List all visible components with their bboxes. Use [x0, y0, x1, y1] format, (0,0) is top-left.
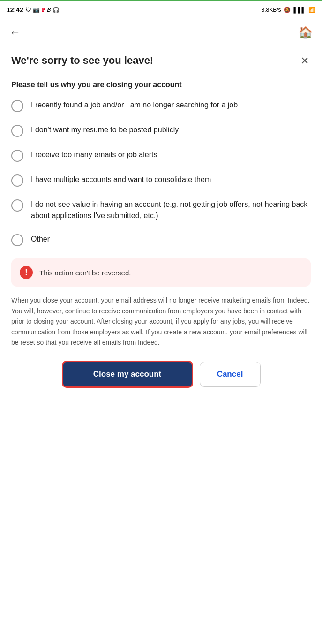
- wifi-icon: 📶: [308, 7, 315, 13]
- status-right: 8.8KB/s 🔕 ▌▌▌ 📶: [261, 7, 315, 13]
- radio-option-5[interactable]: I do not see value in having an account …: [11, 199, 311, 221]
- section-title: Please tell us why you are closing your …: [11, 80, 311, 90]
- radio-label-4: I have multiple accounts and want to con…: [31, 174, 211, 185]
- back-button[interactable]: ←: [7, 24, 22, 41]
- radio-option-3[interactable]: I receive too many emails or job alerts: [11, 149, 311, 162]
- radio-label-1: I recently found a job and/or I am no lo…: [31, 99, 238, 111]
- radio-option-4[interactable]: I have multiple accounts and want to con…: [11, 174, 311, 187]
- status-time: 12:42 🛡 📷 𝐏 𝓑 🎧: [7, 6, 60, 14]
- buttons-row: Close my account Cancel: [11, 361, 311, 388]
- notification-icon: 📷: [33, 7, 40, 13]
- network-speed: 8.8KB/s: [261, 7, 281, 13]
- signal-icon: ▌▌▌: [293, 7, 306, 13]
- radio-circle-3: [11, 150, 23, 162]
- radio-label-5: I do not see value in having an account …: [31, 199, 311, 221]
- radio-option-2[interactable]: I don't want my resume to be posted publ…: [11, 124, 311, 137]
- disclaimer-text: When you close your account, your email …: [11, 295, 311, 348]
- radio-circle-1: [11, 100, 23, 112]
- page-title: We're sorry to see you leave!: [11, 54, 295, 68]
- bluetooth-icon: 𝓑: [47, 7, 51, 13]
- radio-circle-4: [11, 174, 23, 187]
- radio-label-6: Other: [31, 234, 50, 245]
- header-divider: [11, 74, 311, 74]
- radio-label-2: I don't want my resume to be posted publ…: [31, 124, 179, 136]
- pinterest-icon: 𝐏: [42, 7, 45, 13]
- home-button[interactable]: 🏠: [297, 24, 315, 41]
- radio-circle-6: [11, 234, 23, 246]
- shield-icon: 🛡: [25, 7, 31, 13]
- time-display: 12:42: [7, 6, 23, 14]
- status-bar: 12:42 🛡 📷 𝐏 𝓑 🎧 8.8KB/s 🔕 ▌▌▌ 📶: [0, 1, 322, 18]
- radio-label-3: I receive too many emails or job alerts: [31, 149, 157, 160]
- warning-icon: !: [20, 266, 33, 279]
- radio-circle-5: [11, 199, 23, 212]
- close-button[interactable]: ✕: [299, 54, 311, 68]
- bell-mute-icon: 🔕: [284, 7, 291, 13]
- warning-box: ! This action can't be reversed.: [11, 258, 311, 287]
- header-row: We're sorry to see you leave! ✕: [11, 54, 311, 68]
- warning-text: This action can't be reversed.: [39, 268, 131, 278]
- radio-option-1[interactable]: I recently found a job and/or I am no lo…: [11, 99, 311, 112]
- close-account-button[interactable]: Close my account: [62, 361, 193, 388]
- radio-options: I recently found a job and/or I am no lo…: [11, 99, 311, 246]
- main-content: We're sorry to see you leave! ✕ Please t…: [0, 46, 322, 399]
- podcast-icon: 🎧: [52, 7, 60, 13]
- cancel-button[interactable]: Cancel: [200, 362, 261, 387]
- radio-option-6[interactable]: Other: [11, 234, 311, 246]
- nav-bar: ← 🏠: [0, 18, 322, 46]
- radio-circle-2: [11, 125, 23, 137]
